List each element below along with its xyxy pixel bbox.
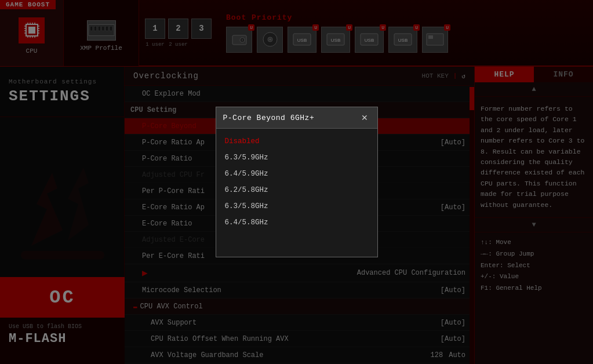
modal-option-4[interactable]: 6.3/5.8GHz: [216, 198, 377, 214]
modal-option-3[interactable]: 6.2/5.8GHz: [216, 182, 377, 198]
modal-title: P-Core Beyond 6GHz+: [223, 114, 315, 122]
modal-overlay: P-Core Beyond 6GHz+ ✕ Disabled 6.3/5.9GH…: [0, 0, 593, 364]
modal-option-0[interactable]: Disabled: [216, 133, 377, 150]
modal-body: Disabled 6.3/5.9GHz 6.4/5.9GHz 6.2/5.8GH…: [216, 129, 377, 235]
modal-header: P-Core Beyond 6GHz+ ✕: [216, 107, 377, 129]
modal-close-button[interactable]: ✕: [359, 112, 370, 123]
modal-option-5[interactable]: 6.4/5.8GHz: [216, 214, 377, 231]
modal-dialog: P-Core Beyond 6GHz+ ✕ Disabled 6.3/5.9GH…: [216, 107, 378, 257]
modal-option-2[interactable]: 6.4/5.9GHz: [216, 166, 377, 182]
modal-option-1[interactable]: 6.3/5.9GHz: [216, 150, 377, 166]
